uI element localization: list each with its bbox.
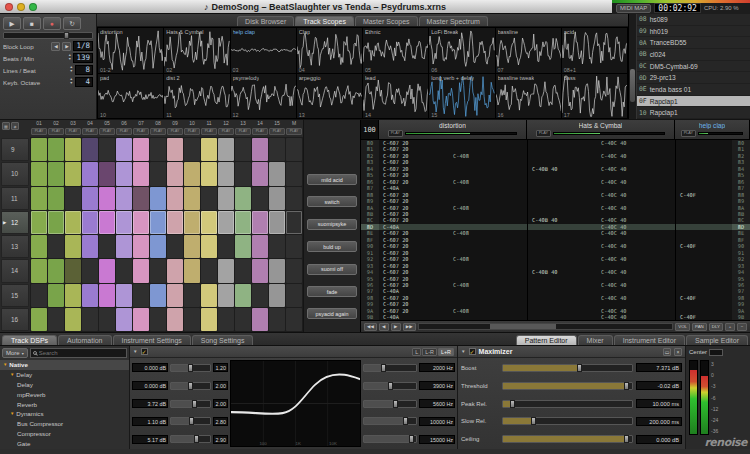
matrix-sequence-slot[interactable]: 13 [1, 235, 29, 258]
matrix-cell[interactable] [99, 162, 115, 185]
matrix-cell[interactable] [286, 211, 302, 234]
eq-bandwidth-value[interactable]: 2.00 [213, 381, 228, 390]
eq-frequency-slider[interactable] [363, 417, 417, 425]
eq-gain-slider[interactable] [170, 435, 211, 443]
go-prev-button[interactable]: ◀ [379, 323, 389, 331]
matrix-cell[interactable] [201, 308, 217, 331]
matrix-cell[interactable] [65, 284, 81, 307]
tab-master-spectrum[interactable]: Master Spectrum [419, 16, 488, 26]
channel-button-l[interactable]: L [412, 348, 421, 356]
param-value[interactable]: 0.000 dB [636, 435, 682, 444]
matrix-cell[interactable] [150, 259, 166, 282]
matrix-cell[interactable] [184, 259, 200, 282]
record-button[interactable]: ● [43, 17, 61, 30]
param-value[interactable]: 10.000 ms [636, 399, 682, 408]
matrix-cell[interactable] [99, 211, 115, 234]
collapse-device-icon[interactable]: ▼ [461, 349, 466, 354]
octave-spinner[interactable]: ▲▼ [69, 78, 73, 85]
matrix-cell[interactable] [235, 259, 251, 282]
eq-frequency-value[interactable]: 10000 Hz [419, 417, 455, 426]
matrix-cell[interactable] [252, 162, 268, 185]
matrix-cell[interactable] [48, 284, 64, 307]
tab-disk-browser[interactable]: Disk Browser [237, 16, 294, 26]
slider-handle[interactable] [192, 400, 197, 408]
spin-down-icon[interactable]: ▼ [69, 82, 73, 86]
scope-long-verb-delay[interactable]: long verb + delay15 [429, 74, 494, 119]
eq-gain-value[interactable]: 1.10 dB [132, 417, 168, 426]
slider-handle[interactable] [188, 382, 193, 390]
eq-response-graph[interactable]: 1001K10K [230, 360, 361, 447]
matrix-cell[interactable] [48, 308, 64, 331]
matrix-cell[interactable] [269, 187, 285, 210]
slider-handle[interactable] [388, 382, 393, 390]
instrument-item[interactable]: 0Bcl024 [637, 49, 750, 61]
scope-lead[interactable]: lead14 [363, 74, 428, 119]
sequence-label[interactable]: suomi off [307, 264, 357, 275]
matrix-cell[interactable] [116, 284, 132, 307]
matrix-cell[interactable] [218, 284, 234, 307]
matrix-sequence-slot[interactable]: 9 [1, 138, 29, 161]
sequence-label[interactable]: switch [307, 196, 357, 207]
eq-gain-value[interactable]: 3.72 dB [132, 399, 168, 408]
eq-gain-slider[interactable] [170, 364, 211, 372]
slider-handle[interactable] [403, 417, 408, 425]
matrix-mute-toggle[interactable]: PLAY [48, 128, 64, 135]
matrix-cell[interactable] [167, 284, 183, 307]
dsp-tree-item[interactable]: Compressor [0, 429, 129, 439]
matrix-mute-toggle[interactable]: PLAY [65, 128, 81, 135]
scope-bass[interactable]: bass17 [562, 74, 627, 119]
matrix-cell[interactable] [184, 162, 200, 185]
pattern-editor-grid[interactable]: 80C-607 20C-40C 408081C-607 208182C-607 … [361, 140, 750, 320]
matrix-cell[interactable] [116, 187, 132, 210]
matrix-cell[interactable] [133, 284, 149, 307]
matrix-cell[interactable] [133, 308, 149, 331]
matrix-cell[interactable] [82, 211, 98, 234]
eq-frequency-value[interactable]: 15000 Hz [419, 435, 455, 444]
matrix-cell[interactable] [167, 211, 183, 234]
matrix-cell[interactable] [184, 138, 200, 161]
matrix-sequence-slot[interactable]: 16 [1, 308, 29, 331]
matrix-cell[interactable] [82, 284, 98, 307]
sequence-label[interactable]: psyacid again [307, 308, 357, 319]
scope-pad[interactable]: pad10 [98, 74, 163, 119]
matrix-cell[interactable] [31, 162, 47, 185]
matrix-cell[interactable] [201, 259, 217, 282]
eq-frequency-value[interactable]: 3900 Hz [419, 381, 455, 390]
matrix-cell[interactable] [65, 187, 81, 210]
master-volume-slider[interactable] [3, 32, 93, 39]
instrument-item[interactable]: 0FRapclap1 [637, 96, 750, 108]
instrument-scrollbar[interactable] [629, 14, 637, 119]
scope-distortion[interactable]: distortion01-2 [98, 28, 163, 73]
eq-frequency-value[interactable]: 5600 Hz [419, 399, 455, 408]
matrix-mute-toggle[interactable]: PLAY [252, 128, 268, 135]
eq-frequency-slider[interactable] [363, 364, 417, 372]
instrument-item[interactable]: 10Rapclap1 [637, 107, 750, 119]
track-play-button[interactable]: PLAY [536, 130, 551, 137]
matrix-cell[interactable] [48, 187, 64, 210]
param-value[interactable]: 7.371 dB [636, 363, 682, 372]
go-first-button[interactable]: ◀◀ [364, 323, 377, 331]
slider-handle[interactable] [577, 364, 582, 372]
tab-track-dsps[interactable]: Track DSPs [2, 335, 57, 345]
track-play-button[interactable]: PLAY [388, 130, 403, 137]
bpm-value[interactable]: 139 [73, 53, 93, 63]
block-loop-next-button[interactable]: ▶ [62, 42, 71, 51]
tab-song-settings[interactable]: Song Settings [192, 335, 254, 345]
matrix-cell[interactable] [116, 308, 132, 331]
matrix-cell[interactable] [65, 162, 81, 185]
search-box[interactable] [30, 348, 127, 358]
matrix-mute-toggle[interactable]: PLAY [269, 128, 285, 135]
eq-enabled-checkbox[interactable]: ✓ [141, 348, 148, 355]
dsp-tree-item[interactable]: Bus Compressor [0, 419, 129, 429]
matrix-cell[interactable] [133, 162, 149, 185]
param-value[interactable]: 200.000 ms [636, 417, 682, 426]
matrix-cell[interactable] [201, 187, 217, 210]
matrix-mute-toggle[interactable]: PLAY [99, 128, 115, 135]
track-play-button[interactable]: PLAY [681, 130, 696, 137]
matrix-cell[interactable] [150, 284, 166, 307]
scope-bassline-tweak[interactable]: bassline tweak16 [496, 74, 561, 119]
eq-gain-slider[interactable] [170, 400, 211, 408]
bpm-spinner[interactable]: ▲▼ [68, 54, 72, 61]
matrix-cell[interactable] [252, 235, 268, 258]
matrix-cell[interactable] [218, 211, 234, 234]
